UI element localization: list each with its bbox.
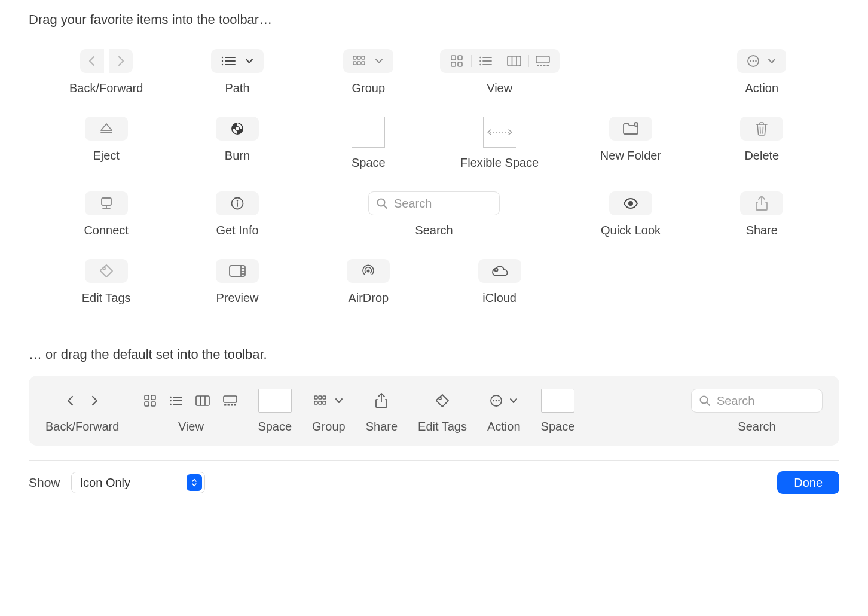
tag-icon (435, 394, 450, 408)
svg-rect-66 (151, 402, 155, 406)
label-eject: Eject (93, 149, 119, 163)
svg-point-90 (495, 400, 497, 402)
def-view[interactable]: View (144, 389, 237, 434)
item-burn[interactable]: Burn (172, 117, 302, 170)
item-group[interactable]: Group (303, 49, 434, 95)
done-button[interactable]: Done (777, 471, 839, 494)
svg-rect-28 (543, 65, 546, 66)
svg-rect-79 (231, 404, 233, 406)
svg-line-43 (763, 127, 763, 133)
svg-rect-78 (228, 404, 230, 406)
item-back-forward[interactable]: Back/Forward (41, 49, 172, 95)
svg-point-31 (750, 60, 752, 62)
default-toolbar-set[interactable]: Back/Forward View Space Group Share Edit… (29, 376, 839, 446)
item-airdrop[interactable]: AirDrop (303, 259, 434, 305)
separator (29, 460, 839, 461)
item-quick-look[interactable]: Quick Look (565, 191, 696, 237)
item-action[interactable]: Action (696, 49, 827, 95)
view-columns-icon (195, 395, 210, 406)
label-delete: Delete (744, 149, 779, 163)
def-back-forward[interactable]: Back/Forward (45, 389, 119, 434)
def-space-1[interactable]: Space (258, 389, 292, 434)
item-share[interactable]: Share (696, 191, 827, 237)
svg-rect-44 (102, 198, 111, 205)
def-space-2[interactable]: Space (541, 389, 575, 434)
item-eject[interactable]: Eject (41, 117, 172, 170)
space-icon (352, 117, 385, 148)
def-share[interactable]: Share (366, 389, 398, 434)
svg-rect-65 (145, 402, 149, 406)
svg-line-93 (707, 403, 710, 406)
def-label-share: Share (366, 420, 398, 434)
svg-rect-12 (451, 56, 456, 60)
item-preview[interactable]: Preview (172, 259, 302, 305)
svg-point-33 (756, 60, 757, 62)
svg-rect-82 (319, 396, 322, 399)
label-search: Search (415, 224, 453, 237)
svg-point-48 (237, 200, 238, 201)
svg-point-2 (222, 60, 223, 62)
share-icon (755, 196, 768, 211)
label-path: Path (225, 81, 249, 95)
view-icons-icon (442, 49, 471, 73)
label-quick-look: Quick Look (601, 224, 661, 237)
svg-point-50 (377, 199, 384, 206)
label-space: Space (352, 156, 386, 170)
search-field[interactable]: Search (691, 389, 823, 413)
heading-drag-items: Drag your favorite items into the toolba… (29, 12, 839, 28)
item-delete[interactable]: Delete (696, 117, 827, 170)
eject-icon (100, 123, 113, 135)
label-burn: Burn (225, 149, 250, 163)
def-group[interactable]: Group (312, 389, 346, 434)
chevron-down-icon (244, 56, 254, 66)
def-label-view: View (178, 420, 204, 434)
icloud-icon (491, 265, 508, 277)
svg-point-69 (170, 400, 172, 402)
show-select[interactable]: Icon Only (71, 472, 205, 493)
select-stepper-icon (187, 474, 202, 491)
view-icons-icon (144, 395, 156, 407)
share-icon (375, 393, 388, 408)
item-flexible-space[interactable]: Flexible Space (434, 117, 565, 170)
svg-rect-22 (508, 56, 521, 66)
label-icloud: iCloud (482, 291, 516, 305)
svg-point-16 (479, 57, 481, 59)
view-columns-icon (500, 49, 528, 73)
def-search[interactable]: Search Search (691, 389, 823, 434)
svg-rect-8 (362, 56, 365, 59)
action-icon (490, 394, 503, 407)
label-share: Share (746, 224, 778, 237)
def-label-group: Group (312, 420, 346, 434)
svg-point-91 (498, 400, 500, 402)
svg-rect-9 (353, 62, 356, 65)
view-list-icon (471, 49, 500, 73)
search-field[interactable]: Search (368, 191, 500, 215)
svg-rect-13 (458, 56, 462, 60)
item-icloud[interactable]: iCloud (434, 259, 565, 305)
item-get-info[interactable]: Get Info (172, 191, 302, 237)
item-connect[interactable]: Connect (41, 191, 172, 237)
burn-icon (231, 122, 244, 135)
item-path[interactable]: Path (172, 49, 302, 95)
item-search[interactable]: Search Search (303, 191, 566, 237)
item-view[interactable]: View (434, 49, 565, 95)
svg-point-32 (753, 60, 754, 62)
def-label-space1: Space (258, 420, 292, 434)
search-icon (376, 197, 388, 209)
item-new-folder[interactable]: New Folder (565, 117, 696, 170)
back-icon (66, 395, 75, 407)
def-action[interactable]: Action (487, 389, 521, 434)
item-space[interactable]: Space (303, 117, 434, 170)
svg-point-52 (628, 201, 633, 206)
label-back-forward: Back/Forward (69, 81, 143, 95)
path-icon (221, 56, 236, 66)
search-placeholder: Search (717, 394, 754, 408)
svg-point-53 (103, 267, 105, 270)
eye-icon (623, 198, 638, 209)
def-edit-tags[interactable]: Edit Tags (418, 389, 467, 434)
label-action: Action (745, 81, 779, 95)
svg-rect-29 (546, 65, 549, 66)
space-icon (258, 389, 292, 413)
flexible-space-icon (483, 117, 516, 148)
item-edit-tags[interactable]: Edit Tags (41, 259, 172, 305)
